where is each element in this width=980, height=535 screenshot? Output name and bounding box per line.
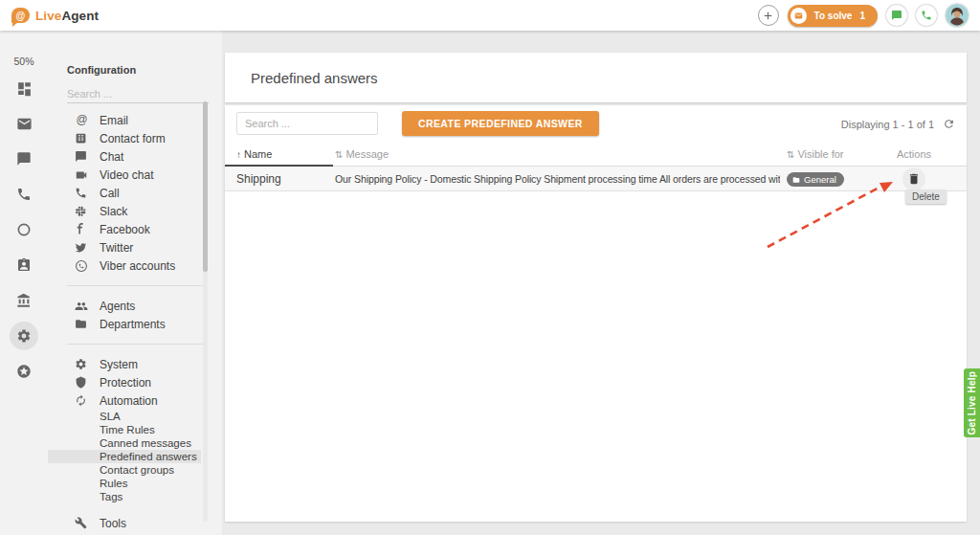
people-icon	[75, 300, 89, 313]
department-badge[interactable]: General	[787, 172, 844, 187]
sidebar-subitem-time-rules[interactable]: Time Rules	[48, 423, 222, 436]
logo-agent: Agent	[61, 9, 99, 23]
column-header-actions: Actions	[861, 148, 967, 167]
icon-rail: 50%	[0, 31, 48, 535]
sidebar-subitem-tags[interactable]: Tags	[48, 490, 222, 503]
sidebar-item-slack[interactable]: Slack	[48, 202, 222, 220]
to-solve-count: 1	[859, 11, 865, 21]
delete-tooltip: Delete	[905, 189, 947, 204]
table-header: ↑Name ⇅Message ⇅Visible for Actions	[225, 145, 967, 167]
sidebar-item-label: Slack	[100, 205, 127, 218]
calls-button[interactable]	[916, 5, 937, 26]
rail-chats[interactable]	[10, 145, 38, 173]
divider	[67, 285, 206, 286]
chat-icon	[891, 10, 902, 21]
sidebar-item-protection[interactable]: Protection	[48, 373, 222, 391]
get-live-help-button[interactable]: Get Live Help	[964, 368, 980, 437]
sidebar-item-label: Tools	[100, 517, 126, 530]
to-solve-button[interactable]: To solve 1	[788, 5, 878, 27]
sidebar-item-facebook[interactable]: Facebook	[48, 220, 222, 238]
sidebar-search-input[interactable]	[67, 85, 209, 103]
sort-icon: ⇅	[787, 149, 794, 160]
sidebar-subitem-canned-messages[interactable]: Canned messages	[48, 436, 222, 450]
search-input[interactable]	[236, 112, 378, 135]
sidebar-item-departments[interactable]: Departments	[48, 315, 222, 333]
rail-company[interactable]	[10, 286, 38, 315]
sidebar-item-automation[interactable]: Automation	[48, 391, 222, 410]
toolbar: CREATE PREDEFINED ANSWER Displaying 1 - …	[225, 105, 967, 145]
folder-icon	[792, 176, 800, 184]
rail-configuration[interactable]	[10, 322, 38, 350]
slack-icon	[75, 205, 89, 217]
row-name[interactable]: Shipping	[225, 172, 333, 186]
sidebar-item-email[interactable]: Email	[48, 111, 222, 129]
sidebar-item-label: Automation	[100, 394, 158, 408]
sidebar-subitem-rules[interactable]: Rules	[48, 477, 222, 490]
sidebar-subitem-predefined-answers[interactable]: Predefined answers	[48, 450, 201, 463]
shield-icon	[75, 376, 89, 389]
logo-live: Live	[35, 9, 61, 23]
folder-icon	[75, 318, 89, 330]
liveagent-logo[interactable]: @ LiveAgent	[11, 8, 99, 23]
plus-circle-icon	[762, 10, 774, 22]
add-button[interactable]	[758, 5, 779, 26]
to-solve-label: To solve	[814, 11, 853, 21]
at-icon	[75, 113, 89, 127]
sidebar-item-viber[interactable]: Viber accounts	[48, 256, 222, 275]
column-header-message[interactable]: ⇅Message	[333, 148, 780, 167]
form-icon	[75, 132, 89, 145]
create-predefined-answer-button[interactable]: CREATE PREDEFINED ANSWER	[402, 111, 599, 136]
sidebar-item-label: Viber accounts	[100, 259, 175, 273]
zoom-level: 50%	[13, 56, 33, 67]
chat-icon	[75, 150, 89, 163]
bank-icon	[16, 293, 32, 308]
row-message[interactable]: Our Shipping Policy - Domestic Shipping …	[333, 173, 780, 185]
sidebar-subitem-contact-groups[interactable]: Contact groups	[48, 463, 222, 477]
envelope-icon	[791, 8, 807, 24]
contact-card-icon	[16, 257, 32, 273]
row-actions	[861, 167, 967, 190]
gear-icon	[16, 328, 32, 344]
rail-calls[interactable]	[10, 180, 38, 209]
phone-icon	[921, 10, 932, 21]
rail-dashboard[interactable]	[10, 74, 38, 102]
rail-stars[interactable]	[10, 357, 38, 386]
sidebar-item-system[interactable]: System	[48, 355, 222, 373]
chats-button[interactable]	[886, 5, 907, 26]
ring-icon	[16, 222, 32, 237]
gear-icon	[75, 358, 89, 370]
sort-icon: ⇅	[335, 149, 343, 160]
sidebar-item-call[interactable]: Call	[48, 184, 222, 202]
delete-button[interactable]	[902, 167, 925, 190]
sidebar-item-video-chat[interactable]: Video chat	[48, 166, 222, 184]
sidebar-item-label: Chat	[100, 150, 123, 164]
refresh-icon[interactable]	[943, 118, 955, 130]
sidebar-item-label: Facebook	[100, 223, 150, 236]
sidebar-item-chat[interactable]: Chat	[48, 147, 222, 166]
rail-status[interactable]	[10, 215, 38, 244]
sidebar-item-label: Video chat	[100, 168, 154, 182]
phone-icon	[75, 187, 89, 199]
sidebar-scrollbar[interactable]	[203, 101, 208, 522]
sidebar-item-label: System	[100, 358, 138, 371]
logo-text: LiveAgent	[35, 9, 99, 23]
sidebar-item-twitter[interactable]: Twitter	[48, 238, 222, 256]
rail-tickets[interactable]	[10, 109, 38, 138]
sidebar-title: Configuration	[67, 64, 222, 76]
live-help-label: Get Live Help	[967, 371, 977, 435]
content-card: CREATE PREDEFINED ANSWER Displaying 1 - …	[225, 105, 967, 522]
stars-icon	[16, 364, 32, 379]
column-header-name[interactable]: ↑Name	[225, 148, 333, 167]
rail-customers[interactable]	[10, 251, 38, 279]
scrollbar-thumb[interactable]	[203, 101, 208, 272]
sidebar-item-agents[interactable]: Agents	[48, 297, 222, 315]
column-header-visible-for[interactable]: ⇅Visible for	[780, 148, 861, 167]
avatar[interactable]	[946, 4, 969, 27]
sidebar-item-contact-form[interactable]: Contact form	[48, 129, 222, 147]
sidebar-item-label: Email	[100, 114, 128, 127]
sidebar-subitem-sla[interactable]: SLA	[48, 410, 222, 423]
sidebar-item-label: Protection	[100, 376, 151, 390]
top-header: @ LiveAgent To solve 1	[0, 0, 980, 31]
table-row[interactable]: Shipping Our Shipping Policy - Domestic …	[225, 167, 967, 191]
sidebar-item-tools[interactable]: Tools	[48, 514, 222, 532]
